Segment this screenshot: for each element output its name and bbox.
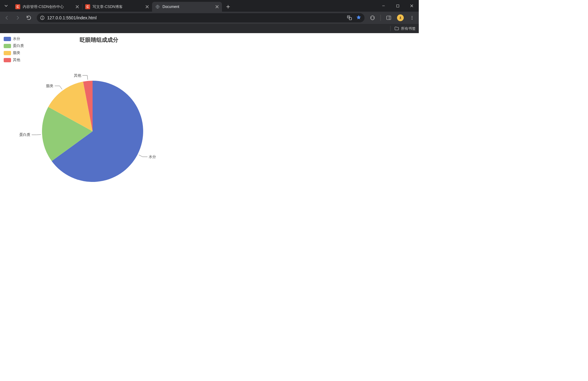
side-panel-button[interactable] [384,13,394,23]
tab-strip: C内容管理-CSDN创作中心C写文章-CSDN博客Document [12,0,222,12]
legend-item[interactable]: 蛋白质 [4,43,24,48]
chart-legend: 水分蛋白质脂类其他 [4,36,24,63]
legend-item[interactable]: 水分 [4,36,24,41]
tab-close-icon[interactable] [145,4,150,9]
legend-swatch-icon [4,37,11,41]
legend-swatch-icon [4,58,11,62]
tab-title: Document [162,5,215,9]
new-tab-button[interactable] [224,2,232,11]
pie-slice-label: 水分 [149,155,156,159]
legend-item[interactable]: 脂类 [4,50,24,56]
legend-label: 其他 [13,57,20,63]
tab-inactive[interactable]: C内容管理-CSDN创作中心 [12,2,82,12]
separator [390,26,391,31]
pie-slice-label: 脂类 [46,84,53,88]
label-leader-line [55,86,62,89]
avatar-icon [397,14,404,21]
bookmarks-bar: 所有书签 [0,24,419,33]
tab-close-icon[interactable] [215,4,220,9]
svg-rect-1 [396,5,399,7]
svg-point-3 [42,17,43,17]
svg-point-8 [412,16,412,17]
label-leader-line [32,135,41,135]
svg-point-10 [412,19,412,19]
tab-search-button[interactable] [2,2,10,10]
window-minimize-button[interactable] [376,0,391,12]
url-text: 127.0.0.1:5501/index.html [47,15,97,20]
profile-avatar[interactable] [395,13,405,23]
reload-button[interactable] [24,13,34,23]
legend-item[interactable]: 其他 [4,57,24,63]
page-content: 眨眼睛组成成分 水分蛋白质脂类其他 水分蛋白质脂类其他 [0,33,419,271]
legend-swatch-icon [4,51,11,55]
tab-active[interactable]: Document [152,2,222,12]
pie-slice-label: 蛋白质 [19,133,30,137]
chart-title: 眨眼睛组成成分 [80,36,118,44]
browser-window: C内容管理-CSDN创作中心C写文章-CSDN博客Document [0,0,419,271]
svg-rect-6 [387,16,391,20]
legend-label: 脂类 [13,50,20,56]
all-bookmarks-button[interactable]: 所有书签 [401,26,416,31]
csdn-favicon-icon: C [85,4,90,9]
legend-label: 水分 [13,36,20,41]
tab-title: 内容管理-CSDN创作中心 [23,4,75,10]
folder-icon [394,26,399,31]
window-close-button[interactable] [405,0,419,12]
pie-slice-label: 其他 [74,73,81,78]
window-maximize-button[interactable] [391,0,405,12]
menu-button[interactable] [407,13,417,23]
titlebar-left [0,0,10,12]
pie-chart: 水分蛋白质脂类其他 [22,61,175,196]
svg-point-9 [412,17,412,18]
toolbar-right [368,13,417,23]
separator [380,15,381,21]
tab-close-icon[interactable] [75,4,80,9]
translate-icon[interactable] [347,15,352,21]
globe-favicon-icon [155,4,160,9]
legend-label: 蛋白质 [13,43,24,48]
forward-button[interactable] [13,13,23,23]
site-info-icon[interactable] [40,15,45,20]
tab-title: 写文章-CSDN博客 [93,4,145,10]
csdn-favicon-icon: C [15,4,20,9]
address-bar[interactable]: 127.0.0.1:5501/index.html [37,13,365,22]
legend-swatch-icon [4,44,11,48]
titlebar: C内容管理-CSDN创作中心C写文章-CSDN博客Document [0,0,419,12]
label-leader-line [139,155,147,157]
window-controls [376,0,419,12]
back-button[interactable] [2,13,12,23]
extensions-button[interactable] [368,13,377,23]
tab-inactive[interactable]: C写文章-CSDN博客 [82,2,152,12]
bookmark-star-icon[interactable] [356,15,361,21]
label-leader-line [82,75,88,80]
toolbar: 127.0.0.1:5501/index.html [0,12,419,24]
